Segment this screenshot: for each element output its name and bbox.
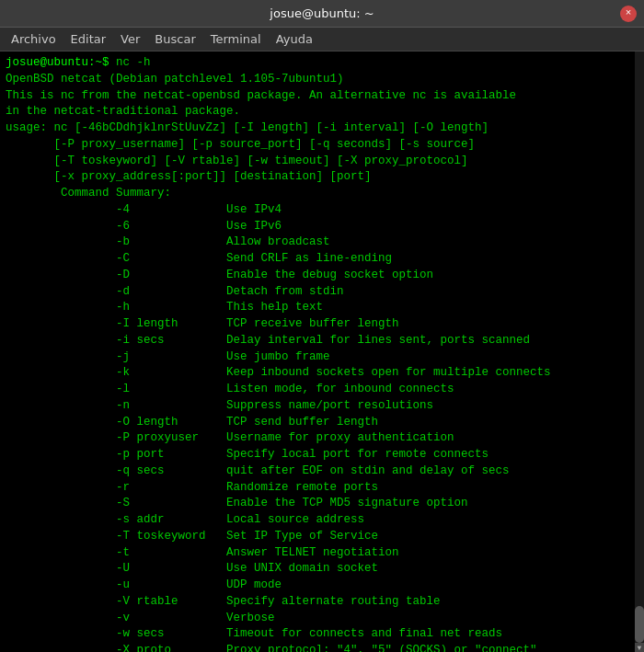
menu-item-ayuda[interactable]: Ayuda [269,30,320,48]
scrollbar-down-arrow[interactable]: ▼ [635,643,644,652]
terminal-window: josue@ubuntu: ~ × ArchivoEditarVerBuscar… [0,0,644,652]
menu-item-ver[interactable]: Ver [113,30,147,48]
terminal-area[interactable]: josue@ubuntu:~$ nc -h OpenBSD netcat (De… [0,51,644,652]
title-bar-text: josue@ubuntu: ~ [270,6,374,20]
scrollbar[interactable]: ▼ [635,51,644,652]
menu-item-archivo[interactable]: Archivo [4,30,63,48]
menu-item-editar[interactable]: Editar [63,30,114,48]
menu-item-buscar[interactable]: Buscar [147,30,202,48]
scrollbar-thumb[interactable] [635,606,644,643]
menu-bar: ArchivoEditarVerBuscarTerminalAyuda [0,28,644,51]
menu-item-terminal[interactable]: Terminal [203,30,269,48]
terminal-content: josue@ubuntu:~$ nc -h OpenBSD netcat (De… [6,55,638,652]
title-bar: josue@ubuntu: ~ × [0,0,644,28]
close-button[interactable]: × [620,6,637,22]
